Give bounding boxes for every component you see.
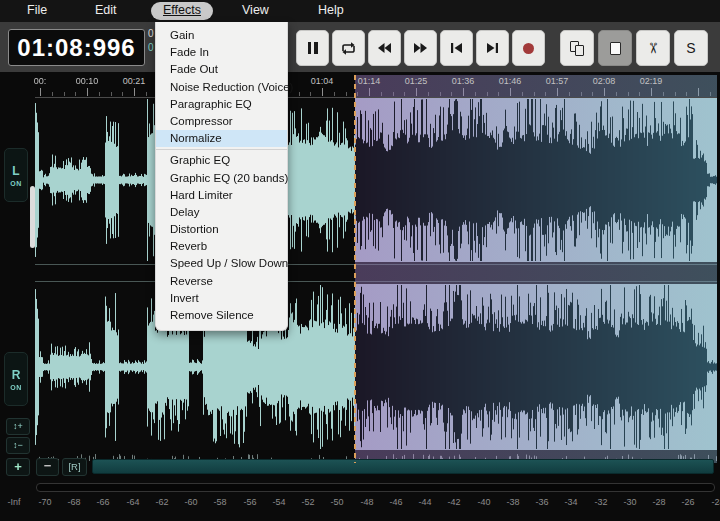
- selection-value-bottom: 0: [148, 41, 154, 55]
- menu-file[interactable]: File: [27, 3, 47, 17]
- db-tick: -40: [477, 497, 490, 507]
- ruler-label: 02:08: [593, 76, 616, 86]
- ruler-label: 01:14: [358, 76, 381, 86]
- menu-edit[interactable]: Edit: [95, 3, 117, 17]
- effects-menu-item[interactable]: Hard Limiter: [156, 187, 287, 204]
- rewind-icon: [377, 42, 392, 54]
- zoom-out-button[interactable]: −: [36, 458, 59, 476]
- pause-button[interactable]: [296, 30, 329, 66]
- copy-button[interactable]: [560, 30, 594, 66]
- db-tick: -46: [389, 497, 402, 507]
- right-channel-button[interactable]: R ON: [4, 352, 28, 406]
- right-channel-label: R: [12, 368, 21, 382]
- vertical-zoom-in-button[interactable]: ↕+: [6, 418, 30, 435]
- db-tick: -60: [184, 497, 197, 507]
- effects-menu-item[interactable]: Graphic EQ (20 bands): [156, 170, 287, 187]
- zoom-in-button[interactable]: +: [6, 458, 30, 476]
- menu-help[interactable]: Help: [318, 3, 344, 17]
- solo-label: S: [686, 40, 695, 56]
- ruler-label: 01:36: [452, 76, 475, 86]
- db-tick: -30: [623, 497, 636, 507]
- ruler-label: 01:25: [405, 76, 428, 86]
- effects-menu-item[interactable]: Noise Reduction (Voice): [156, 79, 287, 96]
- ruler-label: 01:04: [311, 76, 334, 86]
- skip-to-start-button[interactable]: [440, 30, 473, 66]
- db-tick: -32: [594, 497, 607, 507]
- db-tick: -36: [535, 497, 548, 507]
- effects-menu-item[interactable]: Graphic EQ: [156, 152, 287, 169]
- menu-effects[interactable]: Effects: [151, 2, 213, 20]
- fast-forward-icon: [413, 42, 428, 54]
- effects-menu-item[interactable]: Compressor: [156, 113, 287, 130]
- cut-button[interactable]: ✂: [636, 30, 670, 66]
- effects-menu-item[interactable]: Gain: [156, 27, 287, 44]
- effects-dropdown-menu: Gain Fade In Fade Out Noise Reduction (V…: [155, 22, 288, 331]
- ruler-label: 02:19: [640, 76, 663, 86]
- paste-icon: [610, 42, 621, 55]
- copy-icon: [570, 41, 585, 56]
- vertical-zoom-out-button[interactable]: ↕−: [6, 437, 30, 454]
- db-tick: -54: [272, 497, 285, 507]
- effects-menu-item[interactable]: Distortion: [156, 221, 287, 238]
- menu-view[interactable]: View: [242, 3, 269, 17]
- effects-menu-item[interactable]: Fade Out: [156, 61, 287, 78]
- effects-menu-item[interactable]: Paragraphic EQ: [156, 96, 287, 113]
- left-channel-button[interactable]: L ON: [4, 148, 28, 202]
- waveform-right-channel[interactable]: [35, 284, 717, 450]
- rewind-button[interactable]: [368, 30, 401, 66]
- ruler-label: 00:: [34, 76, 47, 86]
- effects-menu-item[interactable]: Normalize: [156, 130, 287, 147]
- skip-to-start-icon: [450, 42, 463, 54]
- effects-menu-item[interactable]: Remove Silence: [156, 307, 287, 324]
- db-tick: -38: [506, 497, 519, 507]
- record-button[interactable]: [512, 30, 545, 66]
- db-tick: -58: [213, 497, 226, 507]
- db-tick: -24: [711, 497, 720, 507]
- right-channel-state: ON: [10, 384, 22, 391]
- db-tick: -52: [301, 497, 314, 507]
- loop-button[interactable]: [332, 30, 365, 66]
- solo-button[interactable]: S: [674, 30, 708, 66]
- ruler-label: 01:46: [499, 76, 522, 86]
- skip-to-end-button[interactable]: [476, 30, 509, 66]
- db-tick: -56: [243, 497, 256, 507]
- db-tick: -64: [126, 497, 139, 507]
- horizontal-scrollbar[interactable]: [92, 459, 714, 474]
- time-display: 01:08:996: [8, 29, 145, 66]
- waveform-left-channel[interactable]: [35, 98, 717, 262]
- ruler-label: 01:57: [546, 76, 569, 86]
- effects-menu-item[interactable]: Fade In: [156, 44, 287, 61]
- effects-menu-item[interactable]: Invert: [156, 290, 287, 307]
- db-tick: -66: [96, 497, 109, 507]
- db-tick: -68: [67, 497, 80, 507]
- left-channel-label: L: [12, 164, 19, 178]
- vertical-scrollbar-thumb[interactable]: [30, 186, 35, 248]
- db-tick: -42: [447, 497, 460, 507]
- db-tick: -44: [418, 497, 431, 507]
- selection-start-line[interactable]: [354, 75, 356, 463]
- toolbar: 01:08:996 0 0: [0, 22, 720, 72]
- effects-menu-item[interactable]: Reverb: [156, 238, 287, 255]
- effects-menu-item[interactable]: Speed Up / Slow Down: [156, 255, 287, 272]
- menu-separator: [156, 149, 287, 150]
- effects-menu-item[interactable]: Delay: [156, 204, 287, 221]
- db-tick: -28: [652, 497, 665, 507]
- db-tick: -26: [681, 497, 694, 507]
- fast-forward-button[interactable]: [404, 30, 437, 66]
- level-meter: [36, 483, 715, 492]
- db-tick: -62: [155, 497, 168, 507]
- lane-border: [35, 281, 717, 282]
- db-tick: -48: [360, 497, 373, 507]
- waveform-area[interactable]: 00: 00:10 00:21 00:32 00:43 00:53 01:04 …: [0, 72, 720, 480]
- selection-values: 0 0: [148, 27, 154, 55]
- vertical-zoom-out-label: −: [18, 440, 23, 450]
- effects-menu-item[interactable]: Reverse: [156, 273, 287, 290]
- db-tick: -34: [564, 497, 577, 507]
- menubar: File Edit Effects View Help: [0, 0, 720, 22]
- db-tick: -50: [330, 497, 343, 507]
- skip-to-end-icon: [486, 42, 499, 54]
- zoom-reset-button[interactable]: [R]: [62, 458, 87, 476]
- selection-value-top: 0: [148, 27, 154, 41]
- paste-button[interactable]: [598, 30, 632, 66]
- left-channel-state: ON: [10, 180, 22, 187]
